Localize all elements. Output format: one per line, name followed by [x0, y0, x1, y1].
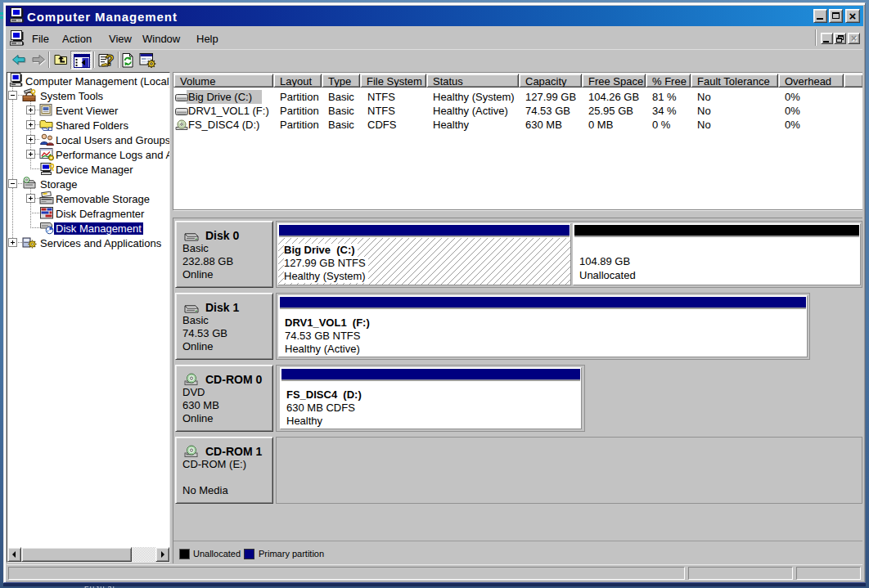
svg-text:?: ?	[106, 52, 115, 69]
